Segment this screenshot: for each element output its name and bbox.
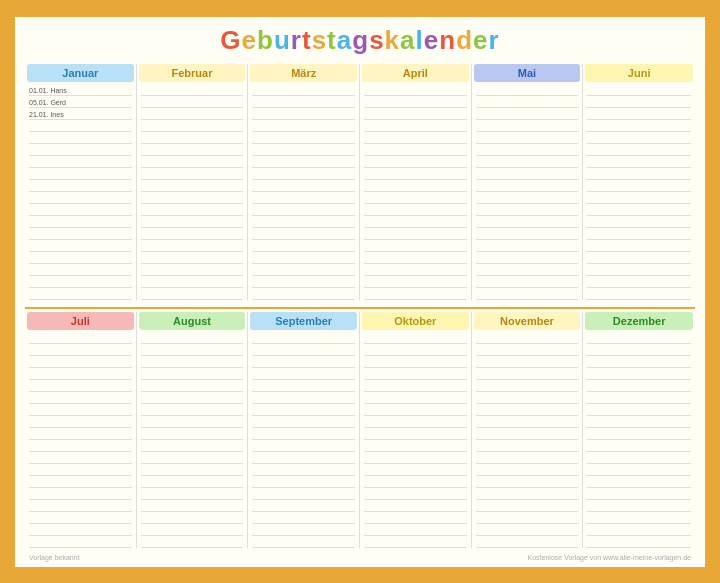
month-row[interactable] [364, 144, 467, 156]
month-row[interactable] [141, 536, 244, 548]
month-row[interactable] [29, 488, 132, 500]
month-row[interactable] [587, 368, 691, 380]
month-row[interactable] [364, 96, 467, 108]
month-row[interactable] [252, 368, 355, 380]
month-row[interactable] [476, 452, 579, 464]
month-row[interactable] [141, 180, 244, 192]
month-row[interactable] [587, 380, 691, 392]
month-row[interactable] [364, 524, 467, 536]
month-row[interactable] [252, 228, 355, 240]
month-row[interactable] [141, 476, 244, 488]
month-row[interactable] [476, 524, 579, 536]
month-row[interactable] [29, 216, 132, 228]
month-row[interactable] [29, 120, 132, 132]
month-row[interactable] [587, 108, 691, 120]
month-row[interactable] [587, 192, 691, 204]
month-row[interactable] [252, 216, 355, 228]
month-row[interactable] [587, 440, 691, 452]
month-row[interactable] [252, 512, 355, 524]
month-row[interactable] [587, 536, 691, 548]
month-row[interactable] [476, 276, 579, 288]
month-row[interactable] [364, 180, 467, 192]
month-row[interactable] [587, 356, 691, 368]
month-row[interactable] [476, 192, 579, 204]
month-row[interactable] [252, 536, 355, 548]
month-row[interactable] [29, 180, 132, 192]
month-row[interactable] [587, 344, 691, 356]
month-row[interactable] [29, 500, 132, 512]
month-row[interactable] [141, 120, 244, 132]
month-row[interactable] [141, 216, 244, 228]
month-row[interactable] [476, 356, 579, 368]
month-row[interactable] [29, 536, 132, 548]
month-row[interactable] [364, 488, 467, 500]
month-row[interactable] [476, 156, 579, 168]
month-row[interactable] [587, 392, 691, 404]
month-row[interactable] [476, 84, 579, 96]
month-row[interactable] [587, 524, 691, 536]
month-row[interactable] [252, 168, 355, 180]
month-row[interactable] [476, 404, 579, 416]
month-row[interactable] [252, 84, 355, 96]
month-row[interactable] [364, 192, 467, 204]
month-row[interactable] [29, 524, 132, 536]
month-row[interactable] [364, 368, 467, 380]
month-row[interactable] [476, 96, 579, 108]
month-row[interactable] [252, 404, 355, 416]
month-row[interactable] [252, 524, 355, 536]
month-row[interactable] [141, 524, 244, 536]
month-row[interactable] [364, 228, 467, 240]
month-row[interactable] [476, 288, 579, 300]
month-row[interactable] [476, 440, 579, 452]
month-row[interactable] [476, 476, 579, 488]
month-row[interactable] [252, 476, 355, 488]
month-row[interactable] [141, 96, 244, 108]
month-row[interactable] [252, 356, 355, 368]
month-row[interactable] [29, 476, 132, 488]
month-row[interactable] [587, 120, 691, 132]
month-row[interactable] [29, 428, 132, 440]
month-row[interactable] [252, 288, 355, 300]
month-row[interactable] [29, 356, 132, 368]
month-row[interactable] [476, 120, 579, 132]
month-row[interactable] [252, 108, 355, 120]
month-row[interactable] [587, 416, 691, 428]
month-row[interactable] [252, 156, 355, 168]
month-row[interactable] [29, 168, 132, 180]
month-row[interactable] [29, 204, 132, 216]
month-row[interactable] [587, 216, 691, 228]
month-row[interactable] [587, 404, 691, 416]
month-row[interactable] [587, 512, 691, 524]
month-row[interactable] [141, 108, 244, 120]
month-row[interactable] [252, 464, 355, 476]
month-row[interactable] [141, 464, 244, 476]
month-row[interactable] [252, 120, 355, 132]
month-row[interactable] [587, 180, 691, 192]
month-row[interactable] [476, 108, 579, 120]
month-row[interactable] [141, 156, 244, 168]
month-row[interactable] [29, 288, 132, 300]
month-row[interactable] [252, 332, 355, 344]
month-row[interactable] [141, 132, 244, 144]
month-row[interactable] [364, 156, 467, 168]
month-row[interactable]: 01.01. Hans [29, 84, 132, 96]
month-row[interactable] [476, 344, 579, 356]
month-row[interactable] [141, 380, 244, 392]
month-row[interactable] [587, 144, 691, 156]
month-row[interactable] [587, 476, 691, 488]
month-row[interactable] [141, 332, 244, 344]
month-row[interactable]: 21.01. Ines [29, 108, 132, 120]
month-row[interactable] [141, 192, 244, 204]
month-row[interactable]: 05.01. Gerd [29, 96, 132, 108]
month-row[interactable] [141, 344, 244, 356]
month-row[interactable] [364, 168, 467, 180]
month-row[interactable] [364, 404, 467, 416]
month-row[interactable] [252, 240, 355, 252]
month-row[interactable] [141, 204, 244, 216]
month-row[interactable] [476, 428, 579, 440]
month-row[interactable] [29, 156, 132, 168]
month-row[interactable] [141, 84, 244, 96]
month-row[interactable] [141, 288, 244, 300]
month-row[interactable] [141, 512, 244, 524]
month-row[interactable] [364, 276, 467, 288]
